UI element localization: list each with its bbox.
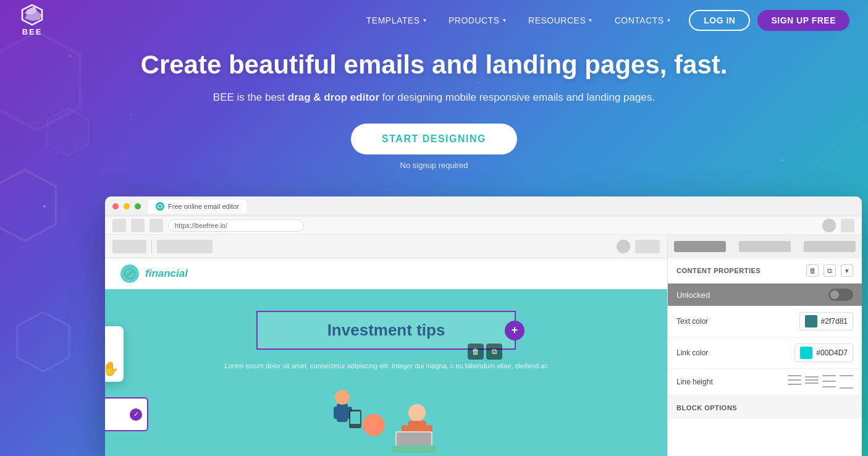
logo-icon [19, 4, 46, 27]
svg-point-20 [408, 404, 426, 421]
cursor-hand-icon: ✋ [105, 361, 119, 377]
svg-point-13 [130, 271, 133, 274]
nav-resources[interactable]: RESOURCES ▾ [528, 15, 592, 25]
browser-tab[interactable]: Free online email editor [148, 200, 246, 213]
svg-rect-19 [350, 412, 360, 424]
card-check-icon: ✓ [130, 408, 142, 421]
hex-deco-2 [0, 167, 58, 248]
browser-dot-yellow [124, 203, 130, 209]
financial-brand-text: financial [145, 268, 188, 280]
text-color-row: Text color #2f7d81 [668, 306, 862, 337]
block-options-header: BLOCK OPTIONS [668, 395, 862, 419]
email-canvas: financial Investment tips + 🗑 ⧉ Lorem [105, 258, 667, 456]
nav-products[interactable]: PRODUCTS ▾ [449, 15, 506, 25]
text-drag-widget[interactable]: T TEXT ✋ [105, 326, 124, 382]
svg-point-12 [127, 274, 130, 277]
logo[interactable]: BEE [19, 4, 46, 36]
toolbar-item-3[interactable] [635, 240, 660, 253]
browser-address-bar: https://beefree.io/ [105, 216, 862, 235]
browser-menu-btn[interactable] [841, 219, 854, 232]
toolbar-item-2[interactable] [157, 240, 213, 253]
svg-marker-3 [17, 312, 69, 371]
toolbar-group-1 [112, 240, 213, 253]
panel-tab-3[interactable] [797, 235, 862, 258]
text-block-actions: 🗑 ⧉ [468, 344, 502, 360]
panel-collapse-button[interactable]: ▾ [841, 264, 853, 277]
svg-marker-9 [158, 204, 162, 208]
panel-tab-inner-1 [674, 241, 726, 252]
canvas-body-area: Investment tips + 🗑 ⧉ Lorem ipsum dolor … [105, 289, 667, 453]
content-properties-label: CONTENT PROPERTIES [676, 267, 761, 274]
editor-main: T TEXT ✋ Axg ✓ financial [105, 235, 667, 456]
browser-forward-btn[interactable] [131, 219, 145, 232]
text-color-swatch[interactable]: #2f7d81 [799, 312, 853, 331]
panel-delete-button[interactable]: 🗑 [806, 264, 819, 277]
line-height-options [788, 375, 853, 389]
link-color-row: Link color #00D4D7 [668, 337, 862, 369]
toolbar-divider [151, 240, 152, 253]
text-color-value: #2f7d81 [821, 317, 848, 326]
start-designing-button[interactable]: START DESIGNING [351, 124, 517, 154]
browser-dot-red [112, 203, 119, 209]
text-color-label: Text color [676, 317, 708, 326]
panel-copy-button[interactable]: ⧉ [824, 264, 836, 277]
line-height-loose[interactable] [840, 375, 853, 389]
unlocked-row: Unlocked [668, 284, 862, 306]
toolbar-icon-1[interactable] [617, 240, 630, 253]
link-color-box [800, 347, 812, 359]
login-button[interactable]: LOG IN [689, 10, 750, 31]
right-properties-panel: CONTENT PROPERTIES 🗑 ⧉ ▾ Unlocked Text c… [667, 235, 862, 456]
browser-profile-icon [822, 219, 836, 232]
tab-label: Free online email editor [168, 203, 239, 210]
block-options-label: BLOCK OPTIONS [676, 404, 737, 412]
text-color-box [805, 315, 817, 327]
hero-subtitle: BEE is the best drag & drop editor for d… [0, 91, 868, 104]
address-input[interactable]: https://beefree.io/ [168, 219, 304, 232]
hex-deco-4 [15, 310, 71, 377]
delete-block-button[interactable]: 🗑 [468, 344, 484, 360]
nav-links: TEMPLATES ▾ PRODUCTS ▾ RESOURCES ▾ CONTA… [366, 15, 670, 25]
panel-tab-1[interactable] [668, 235, 733, 258]
hero-title: Create beautiful emails and landing page… [0, 49, 868, 80]
panel-tab-2[interactable] [733, 235, 798, 258]
canvas-heading: Investment tips [270, 321, 502, 340]
tab-favicon [156, 202, 164, 211]
browser-dot-green [135, 203, 141, 209]
products-chevron-icon: ▾ [503, 17, 507, 23]
toolbar-item-1[interactable] [112, 240, 146, 253]
line-height-compact[interactable] [788, 375, 801, 385]
nav-contacts[interactable]: CONTACTS ▾ [615, 15, 670, 25]
browser-back-btn[interactable] [112, 219, 126, 232]
unlocked-toggle[interactable] [828, 289, 853, 301]
copy-block-button[interactable]: ⧉ [486, 344, 502, 360]
hero-content: Create beautiful emails and landing page… [0, 49, 868, 170]
line-height-relaxed[interactable] [822, 375, 836, 387]
line-height-row: Line height [668, 369, 862, 395]
financial-logo-icon [120, 264, 139, 283]
svg-rect-27 [391, 445, 437, 453]
signup-button[interactable]: SIGN UP FREE [757, 10, 849, 31]
svg-rect-16 [334, 407, 339, 419]
panel-action-icons: 🗑 ⧉ ▾ [806, 264, 853, 277]
line-height-normal[interactable] [805, 375, 819, 385]
panel-tab-inner-3 [804, 241, 856, 252]
editor-toolbar [105, 235, 667, 258]
add-content-button[interactable]: + [505, 321, 525, 340]
no-signup-text: No signup required [0, 161, 868, 170]
link-color-swatch[interactable]: #00D4D7 [794, 344, 853, 362]
panel-tab-inner-2 [739, 241, 791, 252]
logo-text: BEE [22, 27, 43, 36]
browser-mockup: Free online email editor https://beefree… [105, 196, 862, 456]
canvas-illustration [124, 379, 649, 453]
nav-templates[interactable]: TEMPLATES ▾ [366, 15, 426, 25]
templates-chevron-icon: ▾ [423, 17, 427, 23]
canvas-wrapper: T TEXT ✋ Axg ✓ financial [105, 258, 667, 456]
resources-chevron-icon: ▾ [589, 17, 592, 23]
contacts-chevron-icon: ▾ [667, 17, 671, 23]
canvas-text-block[interactable]: Investment tips + 🗑 ⧉ [256, 311, 516, 350]
svg-point-28 [363, 414, 385, 436]
browser-refresh-btn[interactable] [150, 219, 163, 232]
svg-point-15 [335, 390, 350, 405]
panel-tabs [668, 235, 862, 258]
email-header: financial [105, 258, 667, 289]
